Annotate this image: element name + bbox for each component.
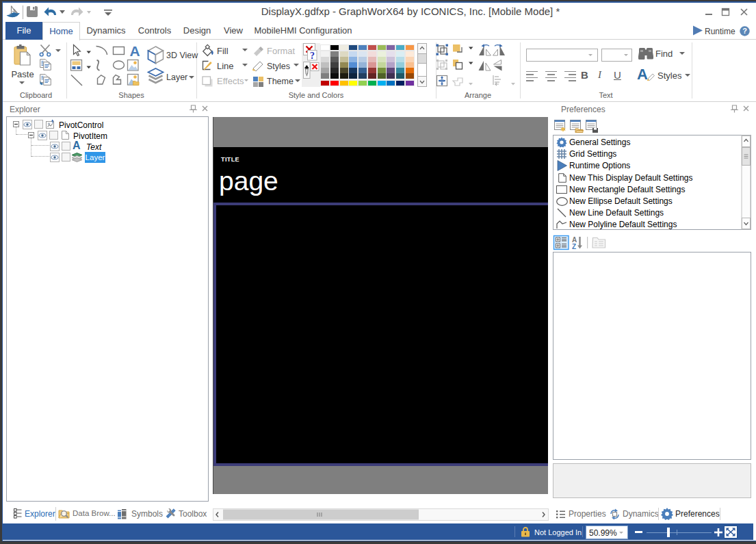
svg-text:A: A [130,43,140,59]
svg-text:A: A [637,66,648,83]
svg-text:?: ? [310,51,315,61]
svg-text:Z: Z [572,243,576,250]
svg-text:?: ? [742,27,747,35]
